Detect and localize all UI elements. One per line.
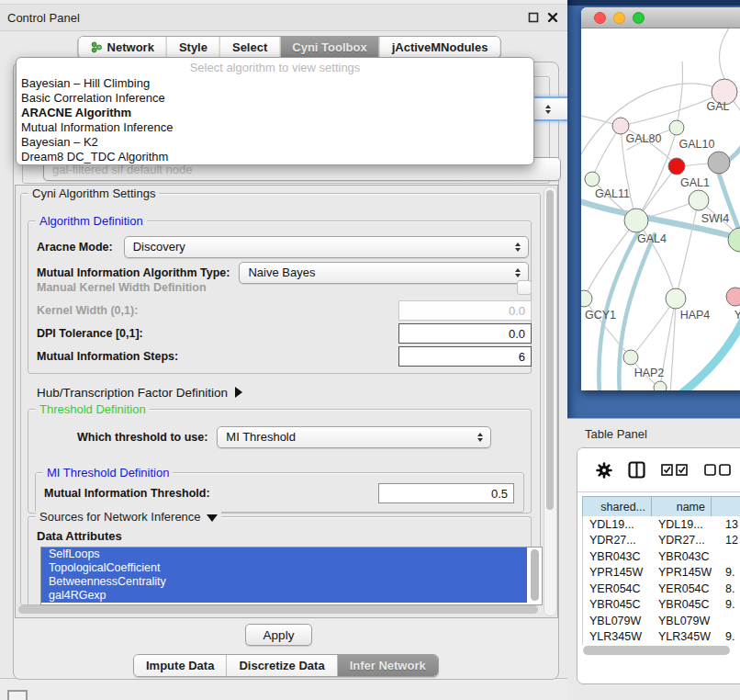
table-cell[interactable]: YBR043C	[583, 550, 652, 563]
table-cell[interactable]: YDR27...	[652, 534, 712, 547]
table-cell[interactable]: YDL19...	[583, 518, 652, 531]
network-node[interactable]	[708, 152, 730, 174]
dpi-tolerance-input[interactable]: 0.0	[398, 323, 532, 344]
network-node[interactable]	[669, 120, 684, 135]
table-cell[interactable]: YBR045C	[652, 598, 712, 611]
network-node[interactable]	[689, 190, 709, 210]
table-row[interactable]: YBL079WYBL079W	[583, 613, 740, 629]
tab-infer-network[interactable]: Infer Network	[337, 655, 438, 676]
algorithm-popup-item[interactable]: Bayesian – K2	[17, 135, 533, 150]
table-cell[interactable]: 12	[712, 534, 740, 547]
table-row[interactable]: YBR043CYBR043C	[583, 548, 740, 565]
table-row[interactable]: YPR145WYPR145W9.	[583, 565, 740, 581]
data-attribute-item[interactable]: SelfLoops	[41, 548, 527, 561]
tab-jactivemnodules[interactable]: jActiveMNodules	[379, 37, 500, 58]
tab-select[interactable]: Select	[219, 37, 279, 58]
network-node[interactable]	[666, 288, 686, 309]
network-node-label: SWI4	[701, 212, 730, 225]
network-canvas[interactable]: GALGAL80GAL10GAL1GAL11GAL4SWI4GCY1HAP4YH…	[581, 28, 740, 390]
table-cell[interactable]: YBR043C	[652, 550, 712, 563]
kernel-width-label: Kernel Width (0,1):	[37, 304, 138, 317]
float-window-icon[interactable]	[528, 12, 539, 23]
mi-threshold-value: 0.5	[491, 487, 508, 501]
settings-gear-icon[interactable]	[596, 462, 612, 479]
table-row[interactable]: YBR045CYBR045C9.	[583, 597, 740, 614]
table-cell[interactable]: 9.	[712, 598, 740, 611]
tab-impute-data[interactable]: Impute Data	[134, 655, 226, 676]
table-row[interactable]: YLR345WYLR345W9.	[583, 629, 740, 646]
algorithm-popup-item[interactable]: ARACNE Algorithm	[17, 106, 533, 120]
table-cell[interactable]: YPR145W	[583, 566, 652, 579]
network-node[interactable]	[668, 158, 685, 175]
tab-cyni-toolbox[interactable]: Cyni Toolbox	[279, 37, 378, 58]
settings-horizontal-scrollbar[interactable]	[18, 605, 538, 614]
which-threshold-combo[interactable]: MI Threshold	[217, 426, 491, 448]
close-traffic-light-icon[interactable]	[594, 12, 606, 24]
network-node[interactable]	[726, 288, 740, 306]
network-node[interactable]	[654, 381, 667, 390]
data-attribute-item[interactable]: TopologicalCoefficient	[41, 561, 527, 575]
table-column-header[interactable]	[712, 497, 740, 517]
algorithm-popup-item[interactable]: Bayesian – Hill Climbing	[17, 76, 533, 91]
close-icon[interactable]	[547, 12, 558, 23]
network-node[interactable]	[624, 209, 648, 232]
table-cell[interactable]: YLR345W	[583, 630, 652, 643]
table-cell[interactable]: YER054C	[652, 582, 712, 595]
apply-button[interactable]: Apply	[245, 624, 312, 646]
list-scrollbar[interactable]	[531, 549, 539, 601]
table-cell[interactable]: 9.	[712, 630, 740, 643]
table-cell[interactable]: 8.	[712, 582, 740, 595]
tab-label: Cyni Toolbox	[292, 40, 366, 54]
data-attribute-item[interactable]: BetweennessCentrality	[41, 575, 527, 589]
algorithm-definition-title: Algorithm Definition	[36, 214, 147, 228]
tab-network[interactable]: Network	[79, 37, 166, 58]
table-row[interactable]: YDR27...YDR27...12	[583, 533, 740, 549]
mi-threshold-definition-title: MI Threshold Definition	[43, 466, 173, 480]
minimize-traffic-light-icon[interactable]	[613, 12, 625, 24]
screen: Control Panel NetworkStyleSelectCyni Too…	[0, 0, 740, 700]
select-all-checkboxes-icon[interactable]	[661, 464, 689, 476]
algorithm-popup-item[interactable]: Dream8 DC_TDC Algorithm	[17, 150, 533, 164]
table-cell[interactable]: 9.	[712, 566, 740, 579]
table-cell[interactable]: YBL079W	[652, 615, 712, 627]
table-row[interactable]: YDL19...YDL19...13	[583, 516, 740, 533]
columns-icon[interactable]	[628, 461, 645, 479]
network-window-titlebar[interactable]	[581, 7, 740, 28]
table-cell[interactable]: YER054C	[583, 582, 652, 595]
desktop-background: GALGAL80GAL10GAL1GAL11GAL4SWI4GCY1HAP4YH…	[567, 0, 740, 418]
table-column-header[interactable]: name	[652, 497, 712, 517]
settings-vertical-scrollbar[interactable]	[544, 186, 557, 616]
hub-definition-toggle[interactable]: Hub/Transcription Factor Definition	[37, 384, 242, 401]
algorithm-popup-item[interactable]: Mutual Information Inference	[17, 120, 533, 135]
mi-algorithm-type-label: Mutual Information Algorithm Type:	[37, 266, 230, 279]
table-cell[interactable]: YPR145W	[652, 566, 712, 579]
aracne-mode-combo[interactable]: Discovery	[124, 236, 529, 258]
table-cell[interactable]: YDL19...	[652, 518, 712, 531]
algorithm-popup-item[interactable]: Basic Correlation Inference	[17, 91, 533, 106]
table-horizontal-scrollbar[interactable]	[583, 646, 730, 655]
table-cell[interactable]: YBR045C	[583, 598, 652, 611]
network-node[interactable]	[581, 290, 592, 307]
scrollbar-thumb[interactable]	[546, 190, 554, 510]
mi-threshold-input[interactable]: 0.5	[378, 483, 514, 503]
data-attribute-item[interactable]: gal4RGexp	[41, 589, 527, 603]
data-attributes-list[interactable]: SelfLoopsTopologicalCoefficientBetweenne…	[40, 547, 543, 605]
tab-style[interactable]: Style	[166, 37, 219, 58]
tab-discretize-data[interactable]: Discretize Data	[226, 655, 336, 676]
table-cell[interactable]: 13	[712, 518, 740, 531]
table-cell[interactable]: YDR27...	[583, 534, 652, 547]
network-node-label: GAL	[706, 100, 729, 113]
deselect-all-checkboxes-icon[interactable]	[704, 464, 732, 476]
zoom-traffic-light-icon[interactable]	[633, 12, 645, 24]
table-cell[interactable]: YLR345W	[652, 630, 712, 643]
table-column-header[interactable]: shared...	[583, 497, 652, 517]
network-node[interactable]	[585, 172, 600, 186]
table-cell[interactable]: YBL079W	[583, 615, 652, 627]
sources-title[interactable]: Sources for Network Inference	[36, 510, 221, 524]
network-node[interactable]	[728, 228, 740, 252]
table-row[interactable]: YER054CYER054C8.	[583, 581, 740, 597]
network-node[interactable]	[623, 350, 638, 365]
minimized-panel-icon[interactable]	[7, 690, 28, 700]
mi-steps-input[interactable]: 6	[398, 346, 532, 367]
algorithm-combo-focus-fragment[interactable]	[528, 96, 572, 121]
